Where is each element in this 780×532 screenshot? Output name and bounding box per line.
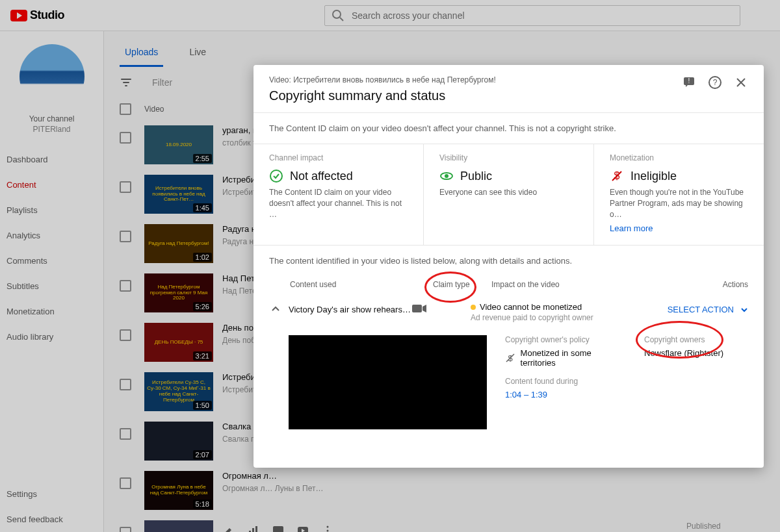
warning-dot-icon — [471, 305, 476, 310]
found-timestamp-link[interactable]: 1:04 – 1:39 — [505, 390, 626, 399]
visibility-desc: Everyone can see this video — [439, 187, 578, 198]
check-circle-icon — [269, 169, 283, 183]
chevron-up-icon[interactable] — [269, 302, 285, 315]
policy-text: Monetized in some territories — [521, 348, 626, 368]
status-grid: Channel impact Not affected The Content … — [254, 144, 764, 246]
channel-impact-label: Channel impact — [269, 153, 408, 162]
claims-note: The content identified in your video is … — [254, 246, 764, 276]
claim-impact-sub: Ad revenue paid to copyright owner — [471, 313, 620, 322]
svg-rect-22 — [412, 305, 422, 312]
col-claim-type: Claim type — [433, 280, 491, 289]
video-preview[interactable] — [289, 335, 487, 429]
monetization-value: Ineligible — [630, 170, 677, 183]
monetization-label: Monetization — [610, 153, 748, 162]
dollar-off-icon: $ — [505, 353, 515, 363]
modal-note: The Content ID claim on your video doesn… — [254, 113, 764, 144]
close-icon[interactable] — [734, 75, 748, 90]
svg-point-17 — [270, 170, 282, 182]
claim-details-right: Copyright owners Newsflare (Rightster) — [644, 335, 748, 429]
claim-expanded: Copyright owner's policy $ Monetized in … — [254, 326, 764, 442]
channel-impact-value: Not affected — [290, 170, 353, 183]
modal-eyebrow: Video: Истребители вновь появились в неб… — [269, 75, 670, 84]
feedback-icon[interactable]: ! — [682, 75, 696, 90]
col-content-used: Content used — [290, 280, 433, 289]
owners-label: Copyright owners — [644, 335, 748, 344]
copyright-modal: Video: Истребители вновь появились в неб… — [254, 65, 764, 468]
policy-value: $ Monetized in some territories — [505, 348, 626, 368]
claim-content-title: Victory Day's air show rehearsal over S… — [289, 302, 412, 314]
status-monetization: Monetization $ Ineligible Even though yo… — [594, 144, 764, 245]
owner-name: Newsflare (Rightster) — [644, 348, 723, 358]
claim-details-left: Copyright owner's policy $ Monetized in … — [505, 335, 626, 429]
col-actions: Actions — [641, 280, 748, 289]
policy-label: Copyright owner's policy — [505, 335, 626, 344]
monetization-desc: Even though you're not in the YouTube Pa… — [610, 187, 748, 220]
dollar-off-icon: $ — [610, 169, 624, 183]
visibility-value: Public — [460, 170, 492, 183]
status-channel-impact: Channel impact Not affected The Content … — [254, 144, 424, 245]
modal-header: Video: Истребители вновь появились в неб… — [254, 65, 764, 113]
claim-type-cell — [412, 302, 471, 314]
svg-point-19 — [445, 174, 448, 178]
claims-header: Content used Claim type Impact on the vi… — [254, 276, 764, 296]
svg-text:!: ! — [688, 77, 690, 84]
channel-impact-desc: The Content ID claim on your video doesn… — [269, 187, 408, 220]
claim-impact-cell: Video cannot be monetized Ad revenue pai… — [471, 302, 620, 322]
claim-row: Victory Day's air show rehearsal over S…… — [254, 296, 764, 326]
eye-icon — [439, 169, 454, 183]
chevron-down-icon — [740, 306, 748, 314]
video-camera-icon — [412, 303, 428, 314]
select-action-label: SELECT ACTION — [668, 305, 734, 314]
status-visibility: Visibility Public Everyone can see this … — [424, 144, 594, 245]
found-label: Content found during — [505, 377, 626, 386]
help-icon[interactable]: ? — [708, 75, 722, 90]
claim-impact-text: Video cannot be monetized — [480, 302, 582, 312]
select-action-button[interactable]: SELECT ACTION — [620, 302, 748, 314]
modal-title: Copyright summary and status — [269, 88, 670, 103]
visibility-label: Visibility — [439, 153, 578, 162]
learn-more-link[interactable]: Learn more — [610, 223, 653, 233]
col-impact: Impact on the video — [491, 280, 641, 289]
svg-text:?: ? — [713, 78, 718, 87]
